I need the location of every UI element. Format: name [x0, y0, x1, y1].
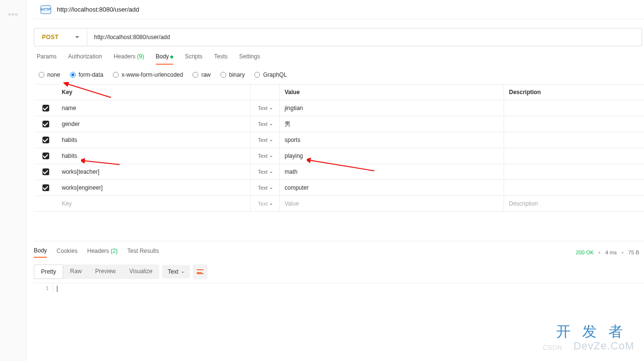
watermark-csdn: CSDN [543, 344, 562, 351]
key-cell[interactable]: habits [58, 148, 251, 164]
response-size: 75 B [628, 250, 639, 255]
col-header-key: Key [58, 84, 251, 100]
new-key-input[interactable]: Key [58, 196, 251, 211]
form-data-table: Key Value Description nameTextjingtiange… [34, 84, 644, 212]
key-cell[interactable]: works[engineer] [58, 180, 251, 195]
type-select[interactable]: Text [251, 180, 280, 195]
tab-body-label: Body [156, 53, 169, 60]
type-select[interactable]: Text [251, 100, 280, 116]
checkbox-icon[interactable] [42, 168, 49, 175]
url-input[interactable]: http://localhost:8080/user/add [87, 28, 642, 46]
table-row[interactable]: habitsTextplaying [34, 148, 644, 164]
tab-tests[interactable]: Tests [214, 53, 228, 65]
desc-cell[interactable] [504, 164, 644, 180]
radio-graphql-label: GraphQL [263, 71, 287, 78]
view-preview[interactable]: Preview [88, 264, 123, 279]
view-visualize[interactable]: Visualize [123, 264, 159, 279]
chevron-down-icon [270, 185, 273, 191]
body-type-radios: none form-data x-www-form-urlencoded raw… [34, 65, 644, 84]
wrap-toggle[interactable] [193, 264, 207, 279]
lang-select[interactable]: Text [162, 265, 190, 278]
new-value-input[interactable]: Value [280, 196, 504, 211]
resp-tab-body[interactable]: Body [34, 247, 47, 258]
value-cell[interactable]: math [280, 164, 504, 180]
desc-cell[interactable] [504, 132, 644, 148]
col-header-value: Value [280, 84, 504, 100]
type-select[interactable]: Text [251, 116, 280, 132]
method-select[interactable]: POST [34, 28, 87, 46]
radio-none-label: none [47, 71, 60, 78]
key-cell[interactable]: name [58, 100, 251, 116]
radio-none[interactable]: none [39, 71, 60, 78]
response-body[interactable] [53, 283, 644, 294]
type-select[interactable]: Text [251, 132, 280, 148]
checkbox-icon[interactable] [42, 153, 49, 159]
resp-headers-count: (2) [110, 248, 118, 254]
resp-tab-headers[interactable]: Headers (2) [87, 248, 118, 257]
watermark: CSDN 开发者 DevZe.CoM [556, 322, 634, 352]
key-cell[interactable]: habits [58, 132, 251, 148]
value-cell[interactable]: 男 [280, 116, 504, 132]
key-cell[interactable]: works[teacher] [58, 164, 251, 180]
line-gutter: 1 [34, 283, 53, 294]
table-row[interactable]: works[teacher]Textmath [34, 164, 644, 180]
dot-icon [170, 56, 173, 58]
table-row[interactable]: genderText男 [34, 116, 644, 132]
response-code-area: 1 [34, 283, 644, 294]
table-row[interactable]: nameTextjingtian [34, 100, 644, 116]
lang-label: Text [168, 268, 178, 275]
radio-raw-label: raw [201, 71, 210, 78]
table-row-new[interactable]: Key Text Value Description [34, 196, 644, 212]
resp-tab-results[interactable]: Test Results [127, 248, 159, 257]
type-select[interactable]: Text [251, 164, 280, 180]
table-row[interactable]: habitsTextsports [34, 132, 644, 148]
new-desc-input[interactable]: Description [504, 196, 644, 211]
key-cell[interactable]: gender [58, 116, 251, 132]
type-select[interactable]: Text [251, 148, 280, 164]
headers-count: (9) [137, 53, 144, 60]
desc-cell[interactable] [504, 180, 644, 195]
request-tabs: Params Authorization Headers (9) Body Sc… [34, 46, 644, 65]
value-cell[interactable]: playing [280, 148, 504, 164]
view-mode-group: Pretty Raw Preview Visualize [34, 264, 159, 279]
radio-binary[interactable]: binary [220, 71, 245, 78]
resp-tab-cookies[interactable]: Cookies [56, 248, 77, 257]
method-label: POST [42, 34, 59, 41]
desc-cell[interactable] [504, 100, 644, 116]
radio-graphql[interactable]: GraphQL [254, 71, 287, 78]
tab-settings[interactable]: Settings [239, 53, 260, 65]
radio-urlencoded[interactable]: x-www-form-urlencoded [113, 71, 183, 78]
chevron-down-icon [270, 201, 273, 207]
value-cell[interactable]: computer [280, 180, 504, 195]
chevron-down-icon [270, 137, 273, 143]
url-bar: POST http://localhost:8080/user/add [34, 28, 642, 46]
desc-cell[interactable] [504, 148, 644, 164]
tab-params[interactable]: Params [37, 53, 56, 65]
radio-raw[interactable]: raw [192, 71, 210, 78]
desc-cell[interactable] [504, 116, 644, 132]
view-raw[interactable]: Raw [63, 264, 88, 279]
value-cell[interactable]: sports [280, 132, 504, 148]
checkbox-icon[interactable] [42, 105, 49, 111]
status-badge: 200 OK [575, 250, 593, 255]
checkbox-icon[interactable] [42, 184, 49, 191]
radio-urlencoded-label: x-www-form-urlencoded [122, 71, 183, 78]
chevron-down-icon [270, 153, 273, 159]
response-panel: Body Cookies Headers (2) Test Results 20… [34, 241, 644, 294]
value-cell[interactable]: jingtian [280, 100, 504, 116]
more-icon[interactable]: ○○○ [8, 12, 18, 17]
tab-headers[interactable]: Headers (9) [113, 53, 144, 65]
checkbox-icon[interactable] [42, 121, 49, 127]
radio-form-data[interactable]: form-data [70, 71, 103, 78]
radio-binary-label: binary [229, 71, 245, 78]
chevron-down-icon [270, 169, 273, 175]
tab-scripts[interactable]: Scripts [185, 53, 203, 65]
chevron-down-icon [270, 105, 273, 111]
response-time: 4 ms [605, 250, 617, 255]
checkbox-icon[interactable] [42, 137, 49, 143]
view-pretty[interactable]: Pretty [34, 264, 63, 279]
tab-body[interactable]: Body [156, 53, 173, 65]
tab-authorization[interactable]: Authorization [68, 53, 102, 65]
main-panel: HTTP http://localhost:8080/user/add POST… [27, 0, 644, 361]
table-row[interactable]: works[engineer]Textcomputer [34, 180, 644, 196]
